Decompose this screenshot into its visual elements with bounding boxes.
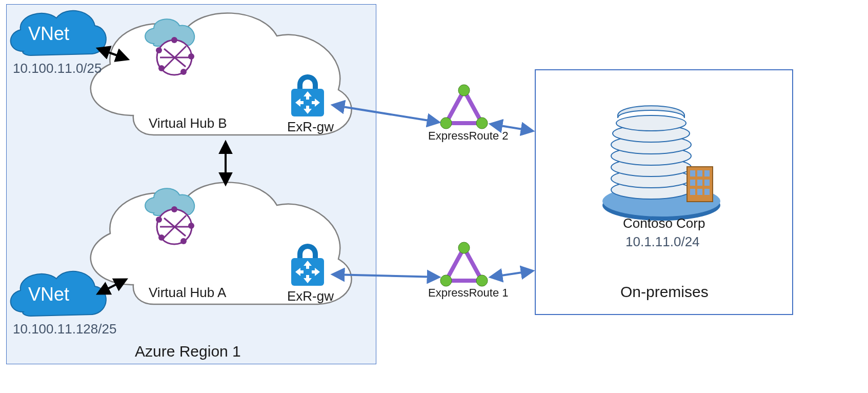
azure-region-box bbox=[6, 4, 376, 364]
onprem-title: On-premises bbox=[620, 283, 709, 301]
svg-point-21 bbox=[440, 117, 452, 129]
expressroute-2-icon bbox=[446, 90, 482, 123]
svg-point-22 bbox=[476, 117, 488, 129]
hub-b-label: Virtual Hub B bbox=[149, 115, 227, 131]
hub-b-gw-label: ExR-gw bbox=[287, 119, 334, 135]
svg-point-20 bbox=[458, 85, 470, 96]
hub-a-label: Virtual Hub A bbox=[149, 285, 226, 301]
expressroute-1-icon bbox=[446, 248, 482, 281]
onprem-box bbox=[535, 69, 793, 315]
vnet-bottom-cidr: 10.100.11.128/25 bbox=[13, 321, 116, 337]
er1-label: ExpressRoute 1 bbox=[428, 286, 509, 300]
azure-region-title: Azure Region 1 bbox=[135, 343, 241, 360]
svg-point-23 bbox=[458, 242, 470, 253]
vnet-top-cidr: 10.100.11.0/25 bbox=[13, 61, 102, 76]
vnet-top-label: VNet bbox=[28, 23, 69, 45]
vnet-bottom-label: VNet bbox=[28, 284, 69, 305]
svg-point-25 bbox=[476, 275, 488, 286]
onprem-name: Contoso Corp bbox=[623, 215, 705, 231]
er2-label: ExpressRoute 2 bbox=[428, 129, 509, 143]
link-er1-onprem bbox=[491, 271, 532, 277]
hub-a-gw-label: ExR-gw bbox=[287, 288, 334, 304]
svg-point-24 bbox=[440, 275, 452, 286]
onprem-cidr: 10.1.11.0/24 bbox=[625, 234, 700, 250]
